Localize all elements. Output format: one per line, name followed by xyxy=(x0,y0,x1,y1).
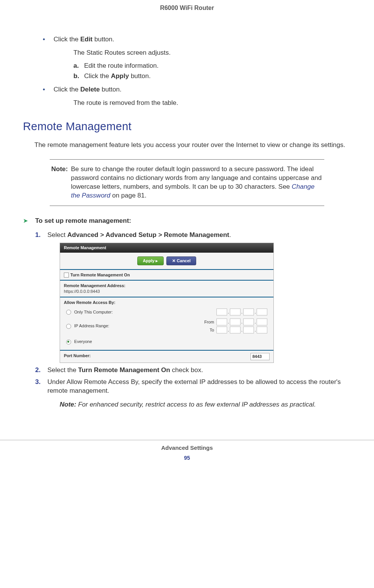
port-number-input[interactable]: 8443 xyxy=(250,353,270,360)
footer-section-title: Advanced Settings xyxy=(0,444,374,452)
opt-only-row: Only This Computer: . . . xyxy=(64,307,270,317)
bullet-marker-icon: • xyxy=(43,85,54,94)
turn-remote-on-checkbox[interactable] xyxy=(64,273,69,278)
bullet-text: Click the Delete button. xyxy=(54,85,122,94)
remote-address-value: https://0.0.0.0:8443 xyxy=(64,289,270,294)
ip-octet-input[interactable] xyxy=(230,318,241,325)
section-heading-remote-management: Remote Management xyxy=(23,119,351,134)
ip-octet-input[interactable] xyxy=(257,327,267,333)
step-text: Select Advanced > Advanced Setup > Remot… xyxy=(47,231,231,240)
ip-octet-input[interactable] xyxy=(230,309,241,315)
ip-octet-input[interactable] xyxy=(257,309,267,315)
procedure-steps: 1. Select Advanced > Advanced Setup > Re… xyxy=(35,231,351,409)
everyone-label: Everyone xyxy=(74,339,92,344)
step-text: Select the Turn Remote Management On che… xyxy=(47,366,203,375)
cancel-button[interactable]: ✕ Cancel xyxy=(166,256,196,265)
ip-input-group: . . . xyxy=(216,309,267,315)
bullet-item: • Click the Edit button. xyxy=(43,35,351,44)
intro-bullets: • Click the Edit button. The Static Rout… xyxy=(43,35,351,108)
note-box: Note: Be sure to change the router defau… xyxy=(50,159,324,206)
ip-octet-input[interactable] xyxy=(216,309,227,315)
bullet-text: Click the Edit button. xyxy=(54,35,114,44)
step-item: 2. Select the Turn Remote Management On … xyxy=(35,366,351,375)
procedure-arrow-icon: ➤ xyxy=(23,217,35,225)
footer-page-number: 95 xyxy=(0,454,374,462)
body-paragraph: The remote management feature lets you a… xyxy=(34,141,351,150)
opt-range-row: IP Address Range: From . . . To . xyxy=(64,317,270,335)
allow-access-label: Allow Remote Access By: xyxy=(64,300,270,305)
to-label: To xyxy=(203,327,214,333)
note-label: Note: xyxy=(51,165,68,200)
ip-octet-input[interactable] xyxy=(216,318,227,325)
lettered-list: a. Edit the route information. b. Click … xyxy=(73,62,351,81)
ip-range-radio[interactable] xyxy=(66,324,71,329)
ip-octet-input[interactable] xyxy=(243,327,254,333)
inline-note-label: Note: xyxy=(60,401,76,408)
step-number: 3. xyxy=(35,378,47,395)
step-item: 3. Under Allow Remote Access By, specify… xyxy=(35,378,351,395)
page-footer: Advanced Settings 95 xyxy=(0,440,374,465)
everyone-radio[interactable] xyxy=(66,340,71,345)
step-text: Under Allow Remote Access By, specify th… xyxy=(47,378,351,395)
ss-turn-on-section: Turn Remote Management On xyxy=(60,270,273,281)
only-this-computer-radio[interactable] xyxy=(66,310,71,315)
letter-text: Edit the route information. xyxy=(84,62,159,70)
lettered-item: b. Click the Apply button. xyxy=(73,72,351,81)
screenshot-remote-management: Remote Management Apply ▸ ✕ Cancel Turn … xyxy=(60,243,274,363)
ip-octet-input[interactable] xyxy=(243,318,254,325)
from-label: From xyxy=(203,319,214,325)
letter-marker: a. xyxy=(73,62,84,70)
bullet-marker-icon: • xyxy=(43,35,54,44)
ip-range-label: IP Address Range: xyxy=(74,323,109,328)
note-text: Be sure to change the router default log… xyxy=(71,165,323,200)
remote-address-label: Remote Management Address: xyxy=(64,283,270,289)
ip-octet-input[interactable] xyxy=(216,327,227,333)
inline-note: Note: For enhanced security, restrict ac… xyxy=(60,400,351,409)
ss-address-section: Remote Management Address: https://0.0.0… xyxy=(60,281,273,297)
apply-button[interactable]: Apply ▸ xyxy=(137,256,164,265)
opt-everyone-row: Everyone xyxy=(64,337,270,346)
bullet-item: • Click the Delete button. xyxy=(43,85,351,94)
step-number: 2. xyxy=(35,366,47,375)
ss-port-section: Port Number: 8443 xyxy=(60,351,273,363)
lettered-item: a. Edit the route information. xyxy=(73,62,351,70)
letter-marker: b. xyxy=(73,72,84,81)
letter-text: Click the Apply button. xyxy=(84,72,151,81)
procedure-heading: ➤ To set up remote management: xyxy=(23,217,351,225)
bullet-sub-text: The route is removed from the table. xyxy=(73,99,351,108)
ss-title-bar: Remote Management xyxy=(60,243,273,253)
procedure-title: To set up remote management: xyxy=(35,217,131,225)
ip-octet-input[interactable] xyxy=(257,318,267,325)
page-header-title: R6000 WiFi Router xyxy=(23,4,351,12)
bullet-sub-text: The Static Routes screen adjusts. xyxy=(73,49,351,57)
turn-remote-on-label: Turn Remote Management On xyxy=(70,272,130,278)
step-item: 1. Select Advanced > Advanced Setup > Re… xyxy=(35,231,351,240)
ip-octet-input[interactable] xyxy=(243,309,254,315)
port-number-label: Port Number: xyxy=(64,353,91,360)
ss-allow-section: Allow Remote Access By: Only This Comput… xyxy=(60,297,273,351)
only-this-computer-label: Only This Computer: xyxy=(74,310,113,314)
ss-button-bar: Apply ▸ ✕ Cancel xyxy=(60,253,273,270)
ip-octet-input[interactable] xyxy=(230,327,241,333)
step-number: 1. xyxy=(35,231,47,240)
